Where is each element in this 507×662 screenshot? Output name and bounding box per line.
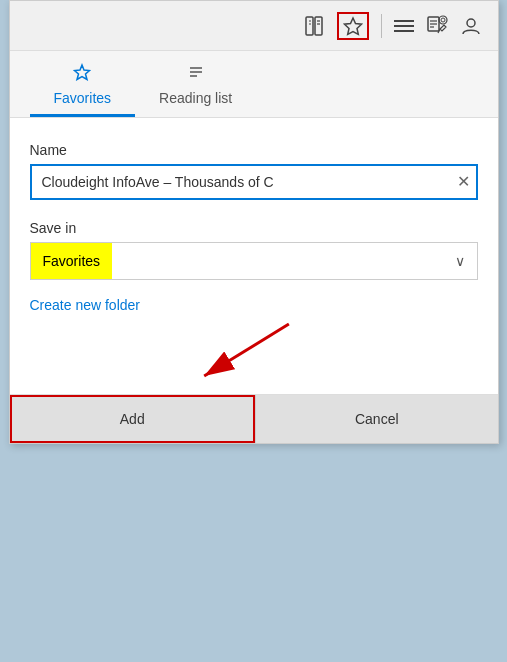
name-field-wrapper: ✕ [30, 164, 478, 200]
name-label: Name [30, 142, 478, 158]
book-icon[interactable] [303, 15, 325, 37]
clear-input-button[interactable]: ✕ [457, 174, 470, 190]
toolbar [10, 1, 498, 51]
svg-point-14 [467, 19, 475, 27]
edit-icon[interactable] [426, 15, 448, 37]
tab-favorites[interactable]: Favorites [30, 51, 136, 117]
tabs-container: Favorites Reading list [10, 51, 498, 118]
dropdown-arrow-icon: ∨ [443, 253, 477, 269]
star-icon-active[interactable] [337, 12, 369, 40]
button-row: Add Cancel [10, 394, 498, 443]
toolbar-divider [381, 14, 382, 38]
svg-point-12 [439, 16, 447, 24]
svg-rect-1 [315, 17, 322, 35]
arrow-area [10, 314, 498, 394]
name-input[interactable] [30, 164, 478, 200]
svg-point-13 [441, 18, 445, 22]
save-in-label: Save in [30, 220, 478, 236]
favorites-tab-icon [73, 63, 91, 86]
save-in-dropdown[interactable]: Favorites ∨ [30, 242, 478, 280]
person-icon[interactable] [460, 15, 482, 37]
favorites-tab-label: Favorites [54, 90, 112, 106]
svg-marker-6 [344, 18, 361, 34]
add-button[interactable]: Add [10, 395, 256, 443]
create-new-folder-link[interactable]: Create new folder [30, 297, 141, 313]
form-content: Name ✕ Save in Favorites ∨ Create new fo… [10, 118, 498, 314]
arrow-svg [10, 314, 498, 394]
favorites-panel: Favorites Reading list Name ✕ Save in Fa… [9, 0, 499, 444]
reading-list-tab-icon [187, 63, 205, 86]
svg-marker-15 [75, 65, 90, 80]
cancel-button[interactable]: Cancel [256, 395, 498, 443]
tab-reading-list[interactable]: Reading list [135, 51, 256, 117]
dropdown-selected-value: Favorites [31, 243, 113, 279]
svg-line-20 [204, 324, 289, 376]
reading-list-tab-label: Reading list [159, 90, 232, 106]
svg-rect-0 [306, 17, 313, 35]
menu-icon[interactable] [394, 20, 414, 32]
